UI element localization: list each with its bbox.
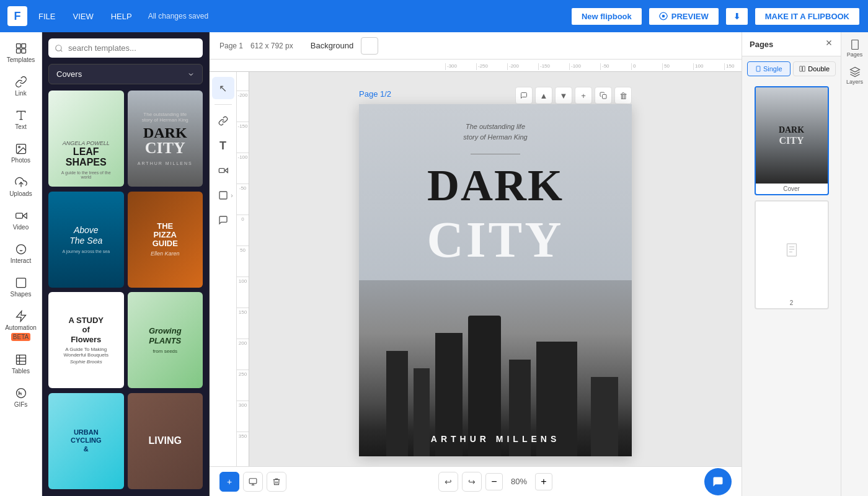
double-page-icon xyxy=(799,66,806,72)
view-menu[interactable]: VIEW xyxy=(66,8,99,25)
sidebar-item-uploads[interactable]: Uploads xyxy=(2,171,40,202)
video-label: Video xyxy=(13,224,29,231)
sidebar-item-link[interactable]: Link xyxy=(2,71,40,102)
sidebar-item-photos[interactable]: Photos xyxy=(2,138,40,169)
zoom-in-button[interactable]: + xyxy=(535,473,552,490)
page-actions: ▲ ▼ + 🗑 xyxy=(515,87,632,104)
page-up-btn[interactable]: ▲ xyxy=(535,87,552,104)
video-tool[interactable] xyxy=(212,159,234,182)
canvas-scroll[interactable]: Page 1/2 ▲ ▼ + 🗑 xyxy=(249,72,742,466)
chevron-down-icon xyxy=(187,71,195,78)
svg-rect-2 xyxy=(21,44,25,48)
undo-button[interactable]: ↩ xyxy=(438,472,458,492)
category-dropdown[interactable]: Covers xyxy=(48,64,203,84)
monitor-icon xyxy=(249,477,257,486)
template-card-dark-city[interactable]: The outstanding lifestory of Herman King… xyxy=(128,91,203,187)
sidebar-item-templates[interactable]: Templates xyxy=(2,37,40,68)
chat-icon xyxy=(712,476,724,488)
templates-label: Templates xyxy=(7,56,35,63)
text-tool[interactable]: T xyxy=(212,135,234,157)
page-down-btn[interactable]: ▼ xyxy=(555,87,572,104)
make-flipbook-button[interactable]: MAKE IT A FLIPBOOK xyxy=(754,7,861,26)
preview-button[interactable]: PREVIEW xyxy=(648,7,720,26)
page-add-btn[interactable]: + xyxy=(575,87,592,104)
page-thumb-cover-label: Cover xyxy=(783,184,800,194)
tab-single[interactable]: Single xyxy=(747,61,790,76)
link-tool[interactable] xyxy=(212,110,234,132)
help-menu[interactable]: HELP xyxy=(105,8,138,25)
comment-tool[interactable] xyxy=(212,209,234,231)
city-buildings xyxy=(359,280,632,456)
delete-page-button[interactable] xyxy=(267,472,286,492)
tool-divider-1 xyxy=(215,104,232,105)
chat-button[interactable] xyxy=(704,468,732,495)
zoom-level-display: 80% xyxy=(507,477,531,486)
shape-tool-icon xyxy=(218,190,228,200)
template-card-urban-cycling[interactable]: URBANCYCLING& xyxy=(48,393,124,489)
tab-double[interactable]: Double xyxy=(793,61,836,76)
zoom-out-button[interactable]: − xyxy=(485,473,503,490)
template-card-study-flowers[interactable]: A STUDYofFlowers A Guide To Making Wonde… xyxy=(48,292,124,388)
sidebar-item-shapes[interactable]: Shapes xyxy=(2,272,40,303)
video-icon xyxy=(15,210,27,222)
template-card-leaf-shapes[interactable]: ANGELA POWELL LEAFSHAPES A guide to the … xyxy=(48,91,124,187)
page-duplicate-btn[interactable] xyxy=(595,87,612,104)
sidebar-item-automation[interactable]: Automation BETA xyxy=(2,305,40,346)
canvas-toolbar: Page 1 612 x 792 px Background xyxy=(210,32,742,60)
page-comment-btn[interactable] xyxy=(515,87,533,104)
subtitle-line1: The outstanding life xyxy=(466,123,525,130)
svg-point-8 xyxy=(18,146,19,148)
logo: F xyxy=(7,6,27,26)
download-button[interactable]: ⬇ xyxy=(725,7,749,26)
search-icon xyxy=(55,44,63,53)
redo-button[interactable]: ↪ xyxy=(462,472,482,492)
sidebar-item-tables[interactable]: Tables xyxy=(2,348,40,379)
file-menu[interactable]: FILE xyxy=(32,8,61,25)
add-page-button[interactable]: + xyxy=(219,472,239,492)
link-tool-icon xyxy=(218,116,228,126)
trash-icon xyxy=(272,477,281,486)
page-thumb-cover-content: DARK CITY xyxy=(756,87,828,184)
page-thumb-city-text: CITY xyxy=(779,135,804,146)
svg-marker-11 xyxy=(23,213,27,218)
pages-tab-icon[interactable]: Pages xyxy=(844,37,866,60)
cover-title-city: CITY xyxy=(359,215,632,265)
photos-icon xyxy=(15,143,27,155)
page-thumb-2-content xyxy=(756,202,828,298)
svg-rect-13 xyxy=(16,278,25,288)
tables-icon xyxy=(15,353,27,366)
shape-tool[interactable]: › xyxy=(212,184,234,206)
cover-author: ARTHUR MILLENS xyxy=(359,434,632,444)
subtitle-line2: story of Herman King xyxy=(463,133,527,141)
background-color-picker[interactable] xyxy=(361,37,378,55)
sidebar-item-video[interactable]: Video xyxy=(2,205,40,236)
search-input[interactable] xyxy=(68,43,197,53)
tool-sidebar: ↖ T › xyxy=(210,72,237,466)
page-canvas[interactable]: The outstanding life story of Herman Kin… xyxy=(359,104,632,456)
layers-tab-icon[interactable]: Layers xyxy=(844,64,866,87)
pages-panel-title: Pages xyxy=(750,40,773,49)
svg-rect-38 xyxy=(851,40,858,50)
svg-rect-10 xyxy=(16,213,22,218)
sidebar-item-text[interactable]: Text xyxy=(2,104,40,135)
desktop-view-button[interactable] xyxy=(243,472,263,492)
sidebar-item-gifs[interactable]: GIFs xyxy=(2,382,40,413)
select-tool[interactable]: ↖ xyxy=(212,77,234,99)
page-thumb-dark-text: DARK xyxy=(779,125,804,135)
page-delete-btn[interactable]: 🗑 xyxy=(614,87,632,104)
page-dimensions: 612 x 792 px xyxy=(250,42,293,50)
sidebar-item-interact[interactable]: Interact xyxy=(2,238,40,269)
new-flipbook-button[interactable]: New flipbook xyxy=(570,7,643,26)
page-thumb-2-label: 2 xyxy=(790,298,794,308)
page-thumb-cover[interactable]: DARK CITY Cover xyxy=(755,86,829,195)
svg-rect-31 xyxy=(756,66,760,71)
template-card-above-sea[interactable]: AboveThe Sea A journey across the sea xyxy=(48,192,124,288)
page-thumb-2[interactable]: 2 xyxy=(755,200,829,309)
template-card-living[interactable]: LIVING xyxy=(128,393,203,489)
page-info: Page 1 xyxy=(219,42,243,50)
svg-rect-15 xyxy=(16,355,25,365)
close-pages-button[interactable] xyxy=(825,38,833,50)
shapes-icon xyxy=(15,277,27,289)
template-card-pizza-guide[interactable]: THEPIZZAGUIDE Ellen Karen xyxy=(128,192,203,288)
template-card-plants[interactable]: GrowingPLANTS from seeds xyxy=(128,292,203,388)
